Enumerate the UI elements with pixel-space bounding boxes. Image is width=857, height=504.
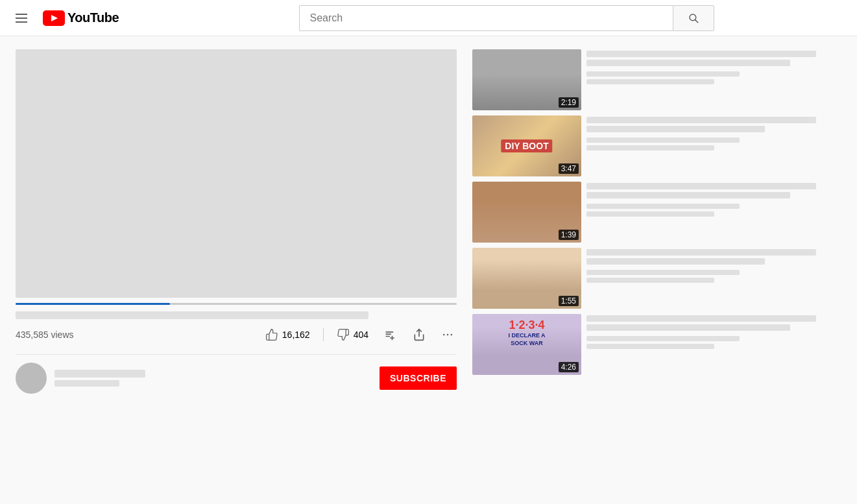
sidebar-title-line-2b: [586, 126, 765, 132]
sidebar-duration-4: 1:55: [559, 296, 579, 306]
sidebar-title-line-3b: [586, 192, 790, 198]
youtube-logo-icon: [43, 10, 65, 26]
search-form: [299, 5, 714, 31]
sidebar-duration-1: 2:19: [559, 97, 579, 108]
sidebar-duration-3: 1:39: [559, 230, 579, 240]
video-info: 435,585 views 16,162: [16, 311, 457, 344]
sidebar-title-line-1b: [586, 60, 790, 66]
channel-left: [16, 363, 145, 394]
sidebar-meta-3: [586, 182, 841, 243]
sidebar-item-3[interactable]: 1:39: [472, 182, 841, 243]
search-button[interactable]: [673, 5, 714, 31]
search-container: [273, 5, 740, 31]
hamburger-button[interactable]: [10, 8, 32, 28]
sidebar-duration-2: 3:47: [559, 163, 579, 174]
sidebar-duration-5: 4:26: [559, 362, 579, 372]
share-button[interactable]: [410, 326, 428, 344]
button-divider: [323, 328, 324, 341]
sidebar-title-line-3: [586, 183, 816, 189]
sidebar-sub-line-4: [586, 270, 740, 275]
sidebar-sub-line2-1: [586, 79, 714, 84]
sidebar-sub-line-2: [586, 138, 740, 143]
sidebar-title-line-5b: [586, 324, 790, 331]
sidebar-thumbnail-5: 1·2·3·4 I DECLARE ASOCK WAR 4:26: [472, 314, 581, 375]
sidebar-meta-4: [586, 248, 841, 309]
svg-line-3: [695, 19, 697, 22]
more-button[interactable]: [439, 326, 457, 344]
header: YouTube: [0, 0, 857, 36]
sidebar-thumbnail-3: 1:39: [472, 182, 581, 243]
sidebar-sub-line2-2: [586, 145, 714, 150]
progress-bar-fill: [16, 303, 170, 305]
progress-area: [16, 303, 457, 305]
like-count: 16,162: [282, 330, 310, 340]
add-to-playlist-button[interactable]: [381, 326, 400, 344]
views-count: 435,585 views: [16, 330, 74, 340]
dislike-button[interactable]: 404: [334, 326, 371, 344]
sidebar-title-line-1: [586, 51, 816, 57]
channel-info: [54, 370, 145, 387]
channel-name-placeholder: [54, 370, 145, 378]
video-player[interactable]: [16, 49, 457, 298]
sidebar-sub-line-1: [586, 71, 740, 77]
sidebar-sub-line-3: [586, 204, 740, 209]
search-input[interactable]: [299, 5, 673, 31]
search-icon: [688, 12, 699, 24]
sidebar-sub-line2-5: [586, 344, 714, 349]
sidebar-title-line-4b: [586, 258, 765, 265]
sidebar-thumbnail-4: 1:55: [472, 248, 581, 309]
sidebar-item-4[interactable]: 1:55: [472, 248, 841, 309]
diy-label: DIY BOOT: [501, 139, 552, 152]
main-content: 435,585 views 16,162: [0, 36, 857, 407]
sidebar-sub-line2-4: [586, 278, 714, 283]
sidebar-sub-line-5: [586, 336, 740, 341]
sidebar-item-2[interactable]: DIY BOOT 3:47: [472, 115, 841, 176]
channel-avatar[interactable]: [16, 363, 47, 394]
svg-point-7: [451, 333, 453, 335]
channel-row: SUBSCRIBE: [16, 354, 457, 394]
subscribe-button[interactable]: SUBSCRIBE: [380, 366, 457, 390]
svg-point-5: [443, 333, 445, 335]
progress-bar-background[interactable]: [16, 303, 457, 305]
video-title-placeholder: [16, 311, 368, 319]
svg-point-6: [447, 333, 449, 335]
sidebar-meta-1: [586, 49, 841, 110]
channel-sub-placeholder: [54, 380, 119, 387]
youtube-logo-text: YouTube: [67, 10, 119, 25]
sidebar-title-line-4: [586, 249, 816, 256]
sidebar-thumbnail-1: 2:19: [472, 49, 581, 110]
add-to-playlist-icon: [384, 328, 397, 341]
action-buttons: 16,162 404: [263, 326, 457, 344]
sidebar-title-line-5: [586, 315, 816, 322]
dislike-count: 404: [354, 330, 368, 340]
more-icon: [441, 328, 454, 341]
like-button[interactable]: 16,162: [263, 326, 313, 344]
sidebar-item-5[interactable]: 1·2·3·4 I DECLARE ASOCK WAR 4:26: [472, 314, 841, 375]
sidebar-meta-2: [586, 115, 841, 176]
sidebar: 2:19 DIY BOOT 3:47: [472, 49, 841, 394]
sidebar-sub-line2-3: [586, 211, 714, 217]
youtube-logo[interactable]: YouTube: [43, 10, 119, 26]
sidebar-title-line-2: [586, 117, 816, 123]
video-player-inner: [16, 49, 457, 298]
share-icon: [413, 328, 426, 341]
sidebar-item[interactable]: 2:19: [472, 49, 841, 110]
thumbs-up-icon: [265, 328, 278, 341]
sidebar-meta-5: [586, 314, 841, 375]
sidebar-thumbnail-2: DIY BOOT 3:47: [472, 115, 581, 176]
video-section: 435,585 views 16,162: [16, 49, 457, 394]
header-left: YouTube: [10, 8, 166, 28]
thumbs-down-icon: [337, 328, 350, 341]
video-meta-row: 435,585 views 16,162: [16, 326, 457, 344]
